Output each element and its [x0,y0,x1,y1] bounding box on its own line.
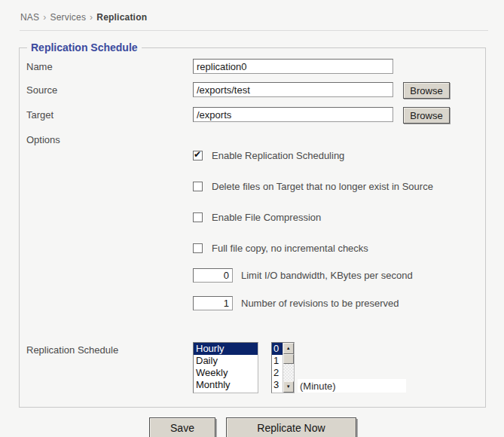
revisions-label: Number of revisions to be preserved [241,298,399,309]
name-input[interactable] [193,59,393,74]
scroll-down-icon[interactable]: ▼ [283,381,294,393]
minute-label-strip: (Minute) [298,379,406,393]
breadcrumb-separator: › [43,12,46,23]
replicate-now-button[interactable]: Replicate Now [226,417,356,437]
target-row: Target Browse [26,107,478,124]
minute-listbox[interactable]: 0 1 2 3 ▲ ▼ [271,342,295,393]
breadcrumb-item-services[interactable]: Services [50,12,86,23]
source-label: Source [26,82,193,96]
minute-options: 0 1 2 3 [272,343,283,393]
options-row: Options Enable Replication Scheduling De… [26,132,478,319]
options-controls: Enable Replication Scheduling Delete fil… [193,132,433,319]
checkbox-label: Delete files on Target that no longer ex… [212,181,433,192]
action-buttons: Save Replicate Now [149,417,504,437]
target-browse-button[interactable]: Browse [403,107,450,124]
breadcrumb-item-nas[interactable]: NAS [20,12,39,23]
bandwidth-limit-label: Limit I/O bandwidth, KBytes per second [241,270,413,281]
source-input[interactable] [193,82,393,97]
minute-option-2[interactable]: 2 [272,367,283,379]
scrollbar-thumb[interactable] [283,354,294,364]
schedule-row: Replication Schedule Hourly Daily Weekly… [26,342,478,393]
save-button[interactable]: Save [149,417,215,437]
option-enable-file-compression: Enable File Compression [193,212,433,223]
source-row: Source Browse [26,82,478,99]
enable-file-compression-checkbox[interactable] [193,212,203,222]
full-file-copy-checkbox[interactable] [193,243,203,253]
options-label: Options [26,132,193,145]
target-input[interactable] [193,107,393,122]
checkbox-label: Enable Replication Scheduling [212,150,344,161]
frequency-option-monthly[interactable]: Monthly [194,379,258,391]
minute-unit-label: (Minute) [298,380,336,392]
source-browse-button[interactable]: Browse [403,82,450,99]
panel-legend: Replication Schedule [27,41,142,53]
checkbox-label: Enable File Compression [212,212,321,223]
frequency-option-hourly[interactable]: Hourly [194,343,258,355]
revisions-row: Number of revisions to be preserved [193,296,433,310]
header-divider [20,30,488,31]
minute-option-0[interactable]: 0 [272,343,283,355]
option-delete-files-on-target: Delete files on Target that no longer ex… [193,181,433,192]
option-enable-replication-scheduling: Enable Replication Scheduling [193,150,433,161]
option-full-file-copy: Full file copy, no incremental checks [193,243,433,254]
name-label: Name [26,59,193,72]
breadcrumb-item-replication: Replication [96,12,147,23]
frequency-listbox[interactable]: Hourly Daily Weekly Monthly [193,342,258,393]
breadcrumb: NAS›Services›Replication [0,0,504,23]
frequency-option-weekly[interactable]: Weekly [194,367,258,379]
minute-option-1[interactable]: 1 [272,355,283,367]
scrollbar-track[interactable] [283,364,294,381]
enable-replication-scheduling-checkbox[interactable] [193,151,203,160]
delete-files-on-target-checkbox[interactable] [193,182,203,191]
name-row: Name [26,59,478,74]
scroll-up-icon[interactable]: ▲ [283,343,294,354]
breadcrumb-separator: › [90,12,93,23]
minute-select-wrap: 0 1 2 3 ▲ ▼ [271,342,295,393]
schedule-label: Replication Schedule [26,342,193,356]
replication-schedule-panel: Replication Schedule Name Source Browse … [19,47,486,408]
frequency-option-daily[interactable]: Daily [194,355,258,367]
bandwidth-limit-input[interactable] [193,268,233,283]
minute-option-3[interactable]: 3 [272,379,283,391]
checkbox-label: Full file copy, no incremental checks [212,243,368,254]
minute-scrollbar[interactable]: ▲ ▼ [283,343,294,393]
bandwidth-limit-row: Limit I/O bandwidth, KBytes per second [193,268,433,283]
replication-page: NAS›Services›Replication Replication Sch… [0,0,504,437]
target-label: Target [26,107,193,121]
revisions-input[interactable] [193,296,233,310]
